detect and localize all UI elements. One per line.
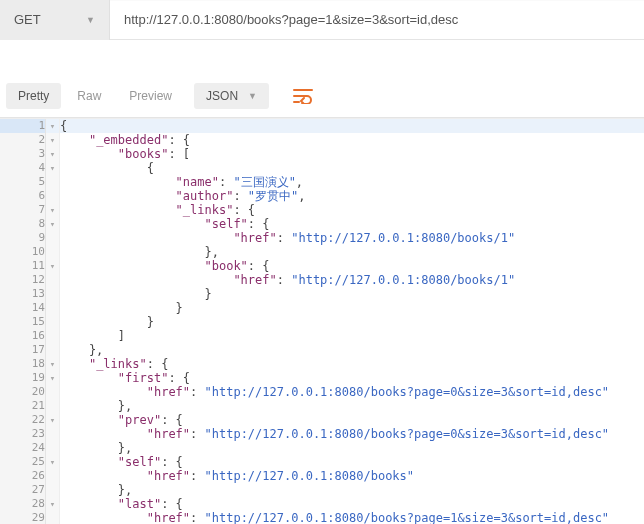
- code-line[interactable]: 22▾ "prev": {: [0, 413, 644, 427]
- code-content: },: [60, 483, 644, 497]
- code-line[interactable]: 1▾{: [0, 119, 644, 133]
- fold-toggle: [46, 301, 60, 315]
- code-content: "href": "http://127.0.0.1:8080/books?pag…: [60, 427, 644, 441]
- fold-toggle: [46, 483, 60, 497]
- fold-toggle[interactable]: ▾: [46, 259, 60, 273]
- code-line[interactable]: 5 "name": "三国演义",: [0, 175, 644, 189]
- code-content: "href": "http://127.0.0.1:8080/books/1": [60, 231, 644, 245]
- fold-toggle[interactable]: ▾: [46, 161, 60, 175]
- line-number: 27: [0, 483, 46, 497]
- code-line[interactable]: 29 "href": "http://127.0.0.1:8080/books?…: [0, 511, 644, 524]
- line-number: 14: [0, 301, 46, 315]
- code-content: "href": "http://127.0.0.1:8080/books?pag…: [60, 511, 644, 524]
- code-content: }: [60, 315, 644, 329]
- line-number: 1: [0, 119, 46, 133]
- fold-toggle: [46, 427, 60, 441]
- code-line[interactable]: 2▾ "_embedded": {: [0, 133, 644, 147]
- chevron-down-icon: ▼: [248, 91, 257, 101]
- code-content: "_links": {: [60, 357, 644, 371]
- fold-toggle: [46, 511, 60, 524]
- line-number: 21: [0, 399, 46, 413]
- line-number: 8: [0, 217, 46, 231]
- fold-toggle: [46, 189, 60, 203]
- code-content: },: [60, 343, 644, 357]
- line-number: 22: [0, 413, 46, 427]
- line-number: 19: [0, 371, 46, 385]
- body-format-label: JSON: [206, 89, 238, 103]
- code-line[interactable]: 18▾ "_links": {: [0, 357, 644, 371]
- url-input[interactable]: [110, 1, 644, 39]
- fold-toggle: [46, 469, 60, 483]
- fold-toggle: [46, 287, 60, 301]
- code-line[interactable]: 6 "author": "罗贯中",: [0, 189, 644, 203]
- line-number: 3: [0, 147, 46, 161]
- code-content: "books": [: [60, 147, 644, 161]
- line-number: 17: [0, 343, 46, 357]
- code-line[interactable]: 23 "href": "http://127.0.0.1:8080/books?…: [0, 427, 644, 441]
- code-line[interactable]: 26 "href": "http://127.0.0.1:8080/books": [0, 469, 644, 483]
- http-method-select[interactable]: GET ▼: [0, 0, 110, 40]
- fold-toggle[interactable]: ▾: [46, 147, 60, 161]
- tab-preview[interactable]: Preview: [117, 83, 184, 109]
- fold-toggle[interactable]: ▾: [46, 357, 60, 371]
- fold-toggle[interactable]: ▾: [46, 371, 60, 385]
- code-line[interactable]: 19▾ "first": {: [0, 371, 644, 385]
- code-content: "self": {: [60, 455, 644, 469]
- wrap-lines-button[interactable]: [289, 82, 317, 110]
- fold-toggle[interactable]: ▾: [46, 217, 60, 231]
- fold-toggle: [46, 399, 60, 413]
- code-line[interactable]: 12 "href": "http://127.0.0.1:8080/books/…: [0, 273, 644, 287]
- code-content: "book": {: [60, 259, 644, 273]
- code-content: },: [60, 245, 644, 259]
- code-line[interactable]: 24 },: [0, 441, 644, 455]
- tab-pretty[interactable]: Pretty: [6, 83, 61, 109]
- tab-raw[interactable]: Raw: [65, 83, 113, 109]
- request-bar: GET ▼: [0, 0, 644, 40]
- fold-toggle[interactable]: ▾: [46, 497, 60, 511]
- response-view-bar: Pretty Raw Preview JSON ▼: [0, 75, 644, 118]
- code-line[interactable]: 27 },: [0, 483, 644, 497]
- line-number: 2: [0, 133, 46, 147]
- code-content: {: [60, 119, 644, 133]
- fold-toggle[interactable]: ▾: [46, 119, 60, 133]
- code-line[interactable]: 11▾ "book": {: [0, 259, 644, 273]
- code-line[interactable]: 7▾ "_links": {: [0, 203, 644, 217]
- line-number: 23: [0, 427, 46, 441]
- code-line[interactable]: 10 },: [0, 245, 644, 259]
- code-line[interactable]: 14 }: [0, 301, 644, 315]
- fold-toggle[interactable]: ▾: [46, 413, 60, 427]
- fold-toggle[interactable]: ▾: [46, 455, 60, 469]
- code-line[interactable]: 4▾ {: [0, 161, 644, 175]
- line-number: 9: [0, 231, 46, 245]
- code-content: {: [60, 161, 644, 175]
- code-line[interactable]: 20 "href": "http://127.0.0.1:8080/books?…: [0, 385, 644, 399]
- fold-toggle[interactable]: ▾: [46, 203, 60, 217]
- chevron-down-icon: ▼: [86, 15, 95, 25]
- fold-toggle[interactable]: ▾: [46, 133, 60, 147]
- code-line[interactable]: 15 }: [0, 315, 644, 329]
- code-content: },: [60, 399, 644, 413]
- code-line[interactable]: 17 },: [0, 343, 644, 357]
- fold-toggle: [46, 329, 60, 343]
- code-content: "first": {: [60, 371, 644, 385]
- http-method-label: GET: [14, 12, 41, 27]
- code-content: "_embedded": {: [60, 133, 644, 147]
- code-line[interactable]: 21 },: [0, 399, 644, 413]
- response-body[interactable]: 1▾{2▾ "_embedded": {3▾ "books": [4▾ {5 "…: [0, 118, 644, 524]
- code-line[interactable]: 9 "href": "http://127.0.0.1:8080/books/1…: [0, 231, 644, 245]
- code-line[interactable]: 28▾ "last": {: [0, 497, 644, 511]
- code-line[interactable]: 13 }: [0, 287, 644, 301]
- code-line[interactable]: 3▾ "books": [: [0, 147, 644, 161]
- line-number: 11: [0, 259, 46, 273]
- code-line[interactable]: 16 ]: [0, 329, 644, 343]
- code-content: "last": {: [60, 497, 644, 511]
- code-line[interactable]: 25▾ "self": {: [0, 455, 644, 469]
- body-format-select[interactable]: JSON ▼: [194, 83, 269, 109]
- code-line[interactable]: 8▾ "self": {: [0, 217, 644, 231]
- line-number: 29: [0, 511, 46, 524]
- line-number: 6: [0, 189, 46, 203]
- line-number: 4: [0, 161, 46, 175]
- code-content: }: [60, 287, 644, 301]
- code-content: "author": "罗贯中",: [60, 189, 644, 203]
- code-content: "href": "http://127.0.0.1:8080/books?pag…: [60, 385, 644, 399]
